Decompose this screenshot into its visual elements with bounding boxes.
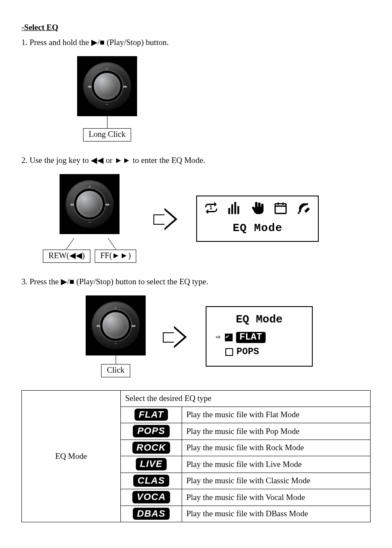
ff-glyph-icon: ▸▸ <box>106 201 109 208</box>
step-3-text: 3. Press the ▶/■ (Play/Stop) button to s… <box>21 276 371 288</box>
section-title: -Select EQ <box>21 21 371 34</box>
svg-rect-4 <box>237 206 239 214</box>
eq-mode-table: EQ Mode Select the desired EQ type FLAT … <box>21 390 371 522</box>
lcd-eq-type-select: EQ Mode ⇨ FLAT POPS <box>206 306 313 367</box>
svg-rect-1 <box>228 208 230 214</box>
eq-desc: Play the music file with Rock Mode <box>182 440 371 456</box>
long-click-label: Long Click <box>83 128 131 142</box>
rew-glyph-icon: ◂◂ <box>87 83 91 90</box>
rew-label: REW(◀◀) <box>43 250 90 263</box>
checkbox-empty-icon <box>225 348 233 356</box>
calendar-icon <box>273 201 288 217</box>
eq-badge: ROCK <box>132 442 171 454</box>
equalizer-icon <box>227 201 242 217</box>
rew-glyph-icon: ◂◂ <box>96 322 99 329</box>
step-2-text: 2. Use the jog key to ◀◀ or ►► to enter … <box>21 154 371 167</box>
eq-desc: Play the music file with Pop Mode <box>182 423 371 440</box>
ff-glyph-icon: ▸▸ <box>132 322 135 329</box>
selection-arrow-icon: ⇨ <box>216 331 221 343</box>
lcd-label: EQ Mode <box>233 220 282 237</box>
svg-rect-5 <box>275 204 287 214</box>
lcd2-title: EQ Mode <box>216 311 302 328</box>
eq-desc: Play the music file with Live Mode <box>182 456 371 473</box>
satellite-icon <box>296 201 311 217</box>
jog-dial-illustration: ◂◂ ▸▸ <box>77 56 137 116</box>
select-header: Select the desired EQ type <box>121 391 371 407</box>
eq-badge: DBAS <box>133 508 170 520</box>
repeat-icon: 1 <box>204 201 218 217</box>
lcd-eq-mode-menu: 1 EQ Mode <box>196 196 319 242</box>
svg-rect-3 <box>234 202 236 214</box>
eq-badge: POPS <box>133 425 169 437</box>
eq-desc: Play the music file with DBass Mode <box>182 506 371 522</box>
lcd2-option: POPS <box>225 344 302 360</box>
eq-badge: LIVE <box>136 458 167 470</box>
ff-glyph-icon: ▸▸ <box>123 83 127 90</box>
eq-badge: VOCA <box>132 491 170 503</box>
jog-dial-illustration: ◂◂ ▸▸ <box>86 295 146 355</box>
click-label: Click <box>101 364 130 377</box>
arrow-right-icon <box>153 206 179 232</box>
svg-rect-2 <box>231 204 233 214</box>
jog-dial-illustration: ◂◂ ▸▸ <box>60 174 120 234</box>
rew-glyph-icon: ◂◂ <box>70 201 73 208</box>
hand-icon <box>250 201 265 217</box>
eq-badge: FLAT <box>135 409 168 421</box>
eq-mode-cell: EQ Mode <box>22 391 121 522</box>
eq-desc: Play the music file with Flat Mode <box>182 406 371 423</box>
svg-text:1: 1 <box>209 204 212 210</box>
lcd2-option-selected: ⇨ FLAT <box>216 331 302 344</box>
arrow-right-icon <box>163 324 189 349</box>
ff-label: FF(►►) <box>95 250 136 263</box>
checkbox-checked-icon <box>225 334 233 341</box>
eq-badge: CLAS <box>133 475 169 487</box>
eq-desc: Play the music file with Classic Mode <box>182 473 371 489</box>
step-1-text: 1. Press and hold the ▶/■ (Play/Stop) bu… <box>21 36 371 49</box>
eq-desc: Play the music file with Vocal Mode <box>182 489 371 506</box>
